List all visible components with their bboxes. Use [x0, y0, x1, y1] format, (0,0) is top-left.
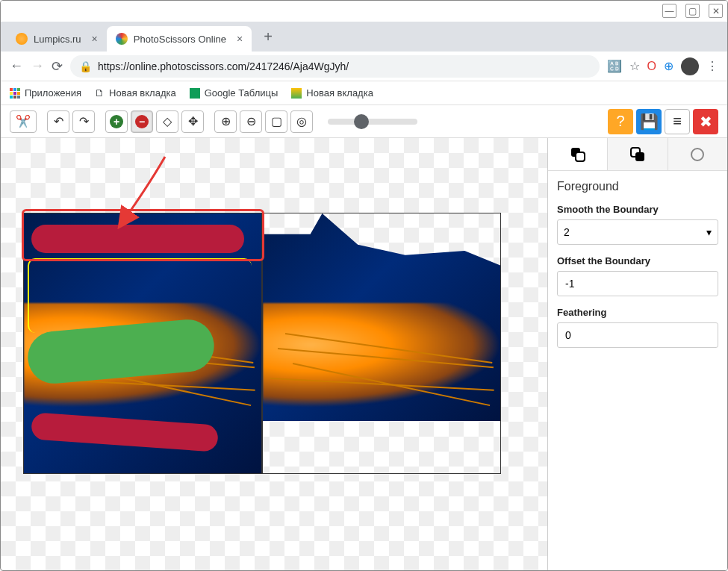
bookmark-label: Приложения	[25, 87, 81, 99]
foreground-tab-icon	[570, 146, 586, 163]
bookmark-apps[interactable]: Приложения	[10, 87, 81, 99]
undo-icon: ↶	[54, 114, 63, 128]
reload-button[interactable]: ⟳	[52, 58, 63, 75]
offset-input[interactable]	[557, 271, 718, 296]
browser-tabstrip: Lumpics.ru × PhotoScissors Online × +	[1, 22, 727, 52]
app-toolbar: ✂️ ↶ ↷ + − ◇ ✥ ⊕ ⊖ ▢ ◎ ? 💾 ≡ ✖	[1, 105, 727, 138]
page-icon: 🗋	[95, 87, 105, 99]
brush-size-slider[interactable]	[328, 119, 417, 125]
address-bar: ← → ⟳ 🔒 https://online.photoscissors.com…	[1, 52, 727, 81]
browser-tab-lumpics[interactable]: Lumpics.ru ×	[7, 26, 107, 52]
background-marker-button[interactable]: −	[131, 110, 153, 133]
foreground-marker-button[interactable]: +	[105, 110, 128, 133]
bookmark-label: Google Таблицы	[205, 87, 279, 99]
zoom-out-icon: ⊖	[246, 114, 256, 128]
zoom-in-icon: ⊕	[221, 114, 231, 128]
maximize-button[interactable]: ▢	[685, 4, 700, 18]
tab-title: PhotoScissors Online	[134, 34, 226, 45]
bookmark-newtab-1[interactable]: 🗋 Новая вкладка	[95, 87, 176, 99]
svg-rect-1	[576, 152, 585, 161]
opera-icon[interactable]: O	[647, 60, 656, 73]
url-input[interactable]: 🔒 https://online.photoscissors.com/24172…	[70, 55, 600, 78]
redo-button[interactable]: ↷	[72, 110, 95, 133]
url-text: https://online.photoscissors.com/2417246…	[98, 60, 591, 72]
move-icon: ✥	[188, 114, 198, 128]
svg-rect-3	[635, 152, 644, 161]
sidebar-tab-background[interactable]	[608, 138, 668, 170]
help-button[interactable]: ?	[608, 109, 633, 134]
globe-icon[interactable]: ⊕	[664, 59, 673, 73]
sidebar: Foreground Smooth the Boundary 2 ▾ Offse…	[548, 138, 727, 570]
offset-label: Offset the Boundary	[557, 255, 718, 266]
minimize-button[interactable]: —	[662, 4, 676, 18]
save-button[interactable]: 💾	[636, 109, 662, 134]
zoom-fit-icon: ▢	[271, 114, 282, 128]
plus-icon: +	[110, 115, 123, 128]
app-close-button[interactable]: ✖	[693, 109, 718, 134]
wizard-button[interactable]: ✂️	[10, 110, 37, 133]
page-icon	[291, 88, 302, 99]
favicon-icon	[116, 33, 128, 45]
zoom-actual-button[interactable]: ◎	[290, 110, 313, 133]
save-icon: 💾	[640, 113, 659, 131]
favicon-icon	[16, 33, 28, 45]
help-icon: ?	[616, 113, 624, 130]
background-tab-icon	[629, 146, 646, 163]
star-icon[interactable]: ☆	[629, 59, 640, 73]
app-menu-button[interactable]: ≡	[665, 109, 690, 134]
lock-icon: 🔒	[79, 60, 92, 72]
bookmark-label: Новая вкладка	[109, 87, 176, 99]
sidebar-tabs	[548, 138, 727, 171]
apps-icon	[10, 88, 20, 99]
chevron-down-icon: ▾	[706, 226, 712, 238]
minus-icon: −	[135, 115, 149, 128]
feather-input[interactable]	[557, 322, 718, 348]
bookmark-google-sheets[interactable]: Google Таблицы	[190, 87, 279, 99]
profile-avatar[interactable]	[681, 57, 699, 75]
forward-button[interactable]: →	[31, 58, 44, 74]
zoom-out-button[interactable]: ⊖	[240, 110, 262, 133]
smooth-value: 2	[564, 226, 570, 238]
svg-point-4	[691, 149, 703, 160]
close-window-button[interactable]: ✕	[709, 4, 723, 18]
tab-close-icon[interactable]: ×	[92, 33, 98, 45]
annotation-arrow	[113, 153, 180, 235]
tab-close-icon[interactable]: ×	[237, 33, 243, 45]
eraser-icon: ◇	[163, 114, 172, 128]
preview-panel[interactable]	[262, 213, 501, 474]
redo-icon: ↷	[79, 114, 89, 128]
sidebar-tab-foreground[interactable]	[548, 138, 608, 170]
back-button[interactable]: ←	[10, 58, 23, 74]
bookmark-label: Новая вкладка	[306, 87, 373, 99]
translate-icon[interactable]: 🔠	[607, 59, 622, 73]
slider-thumb[interactable]	[354, 114, 369, 129]
bookmarks-bar: Приложения 🗋 Новая вкладка Google Таблиц…	[1, 81, 727, 105]
eraser-button[interactable]: ◇	[156, 110, 178, 133]
tab-title: Lumpics.ru	[34, 34, 81, 45]
browser-tab-photoscissors[interactable]: PhotoScissors Online ×	[107, 26, 252, 52]
zoom-in-button[interactable]: ⊕	[214, 110, 237, 133]
sidebar-title: Foreground	[557, 180, 718, 193]
undo-button[interactable]: ↶	[47, 110, 69, 133]
zoom-fit-button[interactable]: ▢	[265, 110, 287, 133]
smooth-select[interactable]: 2 ▾	[557, 219, 718, 245]
canvas-area[interactable]	[1, 138, 548, 570]
move-button[interactable]: ✥	[181, 110, 204, 133]
sidebar-tab-settings[interactable]	[668, 138, 727, 170]
window-titlebar: — ▢ ✕	[1, 1, 727, 22]
smooth-label: Smooth the Boundary	[557, 204, 718, 215]
sheets-icon	[190, 88, 200, 99]
circle-tab-icon	[689, 146, 706, 163]
menu-icon: ≡	[673, 113, 682, 130]
browser-menu-button[interactable]: ⋮	[706, 59, 718, 73]
feather-label: Feathering	[557, 307, 718, 318]
wizard-icon: ✂️	[16, 114, 31, 128]
zoom-actual-icon: ◎	[296, 114, 307, 128]
new-tab-button[interactable]: +	[258, 28, 279, 46]
close-icon: ✖	[700, 113, 712, 131]
bookmark-newtab-2[interactable]: Новая вкладка	[291, 87, 373, 99]
